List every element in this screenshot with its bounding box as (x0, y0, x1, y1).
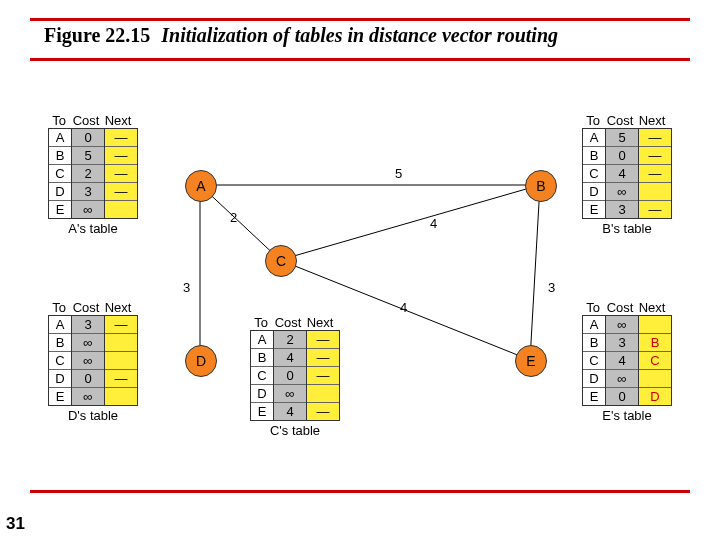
routing-table-d: To Cost Next A B C D E 3 ∞ ∞ 0 ∞ — — D's… (48, 300, 138, 423)
table-caption-e: E's table (582, 408, 672, 423)
node-d: D (185, 345, 217, 377)
edge-label-bc: 4 (430, 216, 437, 231)
svg-line-4 (530, 185, 540, 360)
table-caption-c: C's table (250, 423, 340, 438)
page-number: 31 (6, 514, 25, 534)
edge-label-ad: 3 (183, 280, 190, 295)
bottom-rule (30, 490, 690, 493)
node-c: C (265, 245, 297, 277)
routing-table-c: To Cost Next A B C D E 2 4 0 ∞ 4 — — — —… (250, 315, 340, 438)
edge-label-ce: 4 (400, 300, 407, 315)
edge-label-ac: 2 (230, 210, 237, 225)
edge-label-ab: 5 (395, 166, 402, 181)
figure-number: Figure 22.15 (44, 24, 150, 46)
top-rule (30, 18, 690, 21)
node-e: E (515, 345, 547, 377)
svg-line-3 (280, 185, 540, 260)
figure-title: Initialization of tables in distance vec… (161, 24, 558, 46)
node-a: A (185, 170, 217, 202)
routing-table-b: To Cost Next A B C D E 5 0 4 ∞ 3 — — — —… (582, 113, 672, 236)
mid-rule (30, 58, 690, 61)
table-caption-d: D's table (48, 408, 138, 423)
network-graph (0, 0, 720, 540)
table-caption-a: A's table (48, 221, 138, 236)
table-caption-b: B's table (582, 221, 672, 236)
routing-table-e: To Cost Next A B C D E ∞ 3 4 ∞ 0 B C D E… (582, 300, 672, 423)
figure-caption: Figure 22.15 Initialization of tables in… (44, 24, 558, 47)
edge-label-be: 3 (548, 280, 555, 295)
node-b: B (525, 170, 557, 202)
routing-table-a: To Cost Next A B C D E 0 5 2 3 ∞ — — — —… (48, 113, 138, 236)
